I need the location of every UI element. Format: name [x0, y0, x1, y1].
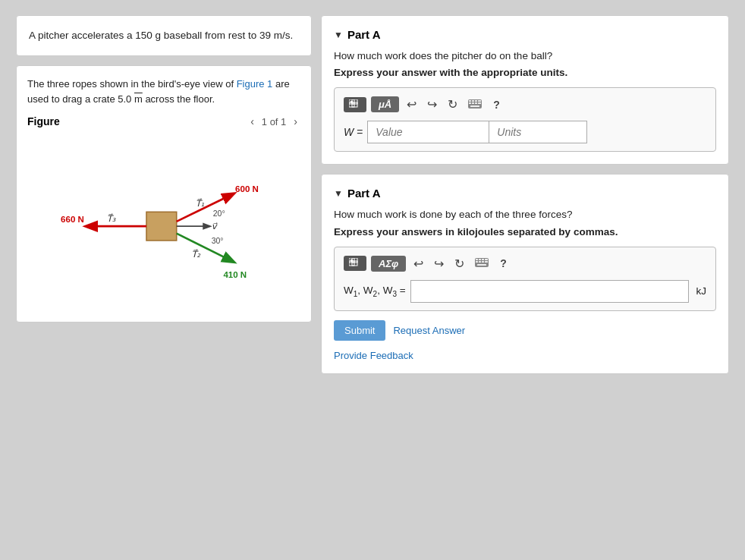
keyboard-btn-1[interactable]: [465, 96, 485, 113]
answer-box-2: ΑΣφ ↩ ↪ ↻: [334, 247, 716, 311]
svg-text:T⃗₃: T⃗₃: [107, 213, 116, 223]
keyboard-icon-2: [475, 258, 489, 267]
svg-rect-36: [479, 259, 481, 260]
svg-text:660 N: 660 N: [61, 215, 84, 224]
problem2-text: The three ropes shown in the bird's-eye …: [27, 77, 300, 106]
toggle-arrow-2[interactable]: ▼: [334, 188, 343, 199]
undo-btn-2[interactable]: ↩: [410, 255, 426, 272]
w1w2w3-row: W1, W2, W3 = kJ: [344, 280, 706, 303]
problem1-text: A pitcher accelerates a 150 g baseball f…: [29, 28, 299, 43]
input-row-1: W =: [344, 121, 706, 143]
submit-btn[interactable]: Submit: [334, 320, 385, 341]
t3-arrow: 660 N T⃗₃: [61, 213, 146, 226]
keyboard-icon: [468, 99, 482, 109]
svg-rect-38: [485, 259, 488, 260]
prev-figure-btn[interactable]: ‹: [247, 114, 257, 129]
v-arrow: v⃗: [177, 222, 218, 231]
svg-rect-27: [478, 102, 481, 104]
part-a-label-2: Part A: [347, 187, 381, 200]
figure-header: Figure ‹ 1 of 1 ›: [27, 114, 300, 129]
svg-line-1: [177, 194, 234, 222]
figure-nav: ‹ 1 of 1 ›: [247, 114, 300, 129]
mu-btn-1[interactable]: μÅ: [371, 96, 399, 112]
request-answer-link[interactable]: Request Answer: [393, 325, 465, 336]
svg-rect-40: [479, 261, 481, 263]
svg-rect-39: [476, 261, 478, 263]
figure-container: The three ropes shown in the bird's-eye …: [16, 65, 312, 322]
svg-rect-33: [350, 260, 353, 262]
value-input-1[interactable]: [367, 121, 489, 143]
svg-text:T⃗₂: T⃗₂: [192, 249, 201, 259]
svg-rect-22: [475, 100, 477, 102]
part-a-card-2: ▼ Part A How much work is done by each o…: [321, 174, 729, 373]
figure-area: 600 N T⃗₁ 20° 410 N T⃗₂ 30°: [27, 137, 300, 311]
part-a-header-1: ▼ Part A: [334, 28, 716, 41]
redo-btn-2[interactable]: ↪: [431, 255, 447, 272]
toolbar-1: μÅ ↩ ↪ ↻: [344, 96, 706, 113]
action-row: Submit Request Answer: [334, 320, 716, 341]
kj-label: kJ: [696, 285, 707, 297]
right-panel: ▼ Part A How much work does the pitcher …: [321, 15, 729, 374]
refresh-btn-1[interactable]: ↻: [445, 96, 461, 113]
express-text-1: Express your answer with the appropriate…: [334, 67, 716, 78]
svg-rect-41: [482, 261, 484, 263]
figure1-link[interactable]: Figure 1: [237, 78, 273, 90]
svg-text:v⃗: v⃗: [212, 222, 218, 231]
undo-btn-1[interactable]: ↩: [404, 96, 420, 113]
svg-rect-43: [477, 264, 486, 266]
question-text-1: How much work does the pitcher do on the…: [334, 49, 716, 64]
matrix-icon: [349, 99, 361, 110]
part-a-header-2: ▼ Part A: [334, 187, 716, 200]
provide-feedback-link[interactable]: Provide Feedback: [334, 350, 716, 361]
svg-rect-25: [472, 102, 474, 104]
figure-title: Figure: [27, 115, 60, 127]
toolbar-2: ΑΣφ ↩ ↪ ↻: [344, 255, 706, 272]
refresh-btn-2[interactable]: ↻: [451, 255, 467, 272]
svg-text:410 N: 410 N: [223, 270, 247, 279]
svg-text:600 N: 600 N: [235, 184, 259, 193]
svg-rect-23: [478, 100, 481, 102]
help-btn-2[interactable]: ?: [496, 256, 511, 271]
matrix-icon-2: [349, 258, 361, 269]
svg-rect-24: [469, 102, 471, 104]
matrix-btn-1[interactable]: [344, 97, 366, 112]
eq-label-1: W =: [344, 126, 363, 138]
svg-line-5: [177, 234, 234, 263]
next-figure-btn[interactable]: ›: [291, 114, 300, 129]
w1w2w3-label: W1, W2, W3 =: [344, 285, 406, 298]
answer-box-1: μÅ ↩ ↪ ↻: [334, 87, 716, 152]
units-input-1[interactable]: [489, 121, 587, 143]
express-text-2: Express your answers in kilojoules separ…: [334, 226, 716, 238]
toggle-arrow-1[interactable]: ▼: [334, 30, 343, 40]
w1w2w3-input[interactable]: [410, 280, 689, 303]
svg-rect-42: [485, 261, 488, 263]
symbol-btn-2[interactable]: ΑΣφ: [371, 256, 406, 272]
svg-rect-26: [475, 102, 477, 104]
keyboard-btn-2[interactable]: [472, 255, 492, 272]
svg-rect-35: [476, 259, 478, 260]
svg-rect-21: [472, 100, 474, 102]
svg-rect-0: [146, 212, 177, 241]
main-container: A pitcher accelerates a 150 g baseball f…: [16, 15, 729, 374]
svg-text:T⃗₁: T⃗₁: [196, 198, 205, 208]
problem1-card: A pitcher accelerates a 150 g baseball f…: [16, 15, 312, 56]
force-diagram: 600 N T⃗₁ 20° 410 N T⃗₂ 30°: [27, 137, 300, 311]
svg-rect-37: [482, 259, 484, 260]
help-btn-1[interactable]: ?: [489, 97, 504, 112]
matrix-btn-2[interactable]: [344, 256, 366, 271]
svg-text:20°: 20°: [213, 209, 225, 218]
part-a-label-1: Part A: [347, 28, 381, 41]
left-panel: A pitcher accelerates a 150 g baseball f…: [16, 15, 312, 374]
question-text-2: How much work is done by each of the thr…: [334, 207, 716, 222]
svg-rect-20: [469, 100, 471, 102]
svg-rect-18: [350, 101, 353, 103]
part-a-card-1: ▼ Part A How much work does the pitcher …: [321, 15, 729, 165]
redo-btn-1[interactable]: ↪: [424, 96, 440, 113]
figure-page: 1 of 1: [262, 116, 287, 127]
svg-text:30°: 30°: [212, 237, 224, 245]
svg-rect-28: [470, 105, 479, 107]
